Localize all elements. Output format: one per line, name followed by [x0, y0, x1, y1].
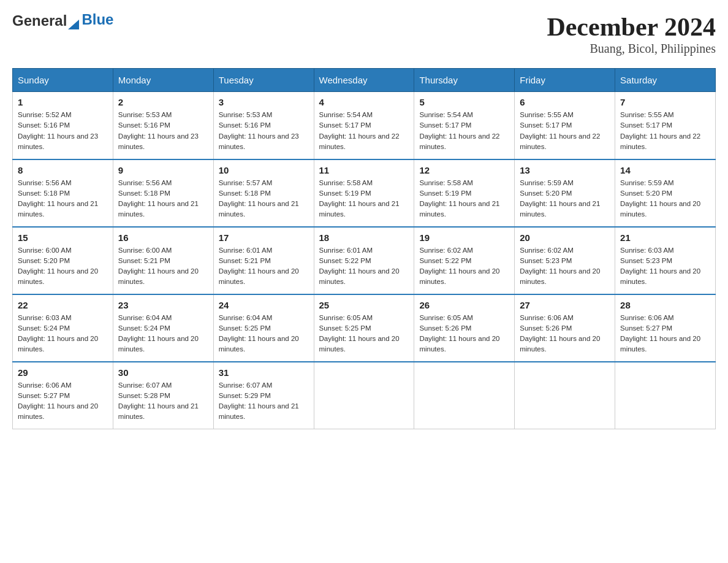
location-subtitle: Buang, Bicol, Philippines: [547, 42, 716, 56]
calendar-day-cell: 21 Sunrise: 6:03 AM Sunset: 5:23 PM Dayl…: [615, 227, 716, 294]
day-number: 8: [18, 165, 108, 175]
calendar-day-cell: [414, 362, 515, 429]
day-number: 21: [620, 232, 710, 243]
day-number: 13: [520, 165, 610, 175]
day-number: 19: [419, 232, 509, 243]
calendar-day-cell: 8 Sunrise: 5:56 AM Sunset: 5:18 PM Dayli…: [13, 159, 113, 227]
day-number: 20: [520, 232, 610, 243]
calendar-day-cell: 28 Sunrise: 6:06 AM Sunset: 5:27 PM Dayl…: [615, 294, 716, 362]
day-number: 12: [419, 165, 509, 175]
day-info: Sunrise: 5:58 AM Sunset: 5:19 PM Dayligh…: [319, 178, 409, 220]
page-header: General Blue December 2024 Buang, Bicol,…: [12, 12, 716, 56]
calendar-week-row: 15 Sunrise: 6:00 AM Sunset: 5:20 PM Dayl…: [13, 227, 716, 294]
day-number: 30: [118, 367, 208, 378]
calendar-day-cell: 17 Sunrise: 6:01 AM Sunset: 5:21 PM Dayl…: [213, 227, 314, 294]
logo-mark: General: [12, 12, 79, 29]
calendar-day-cell: 9 Sunrise: 5:56 AM Sunset: 5:18 PM Dayli…: [113, 159, 213, 227]
month-year-title: December 2024: [547, 12, 716, 42]
day-info: Sunrise: 5:59 AM Sunset: 5:20 PM Dayligh…: [520, 178, 610, 220]
day-number: 15: [18, 232, 108, 243]
calendar-week-row: 29 Sunrise: 6:06 AM Sunset: 5:27 PM Dayl…: [13, 362, 716, 429]
calendar-day-cell: 31 Sunrise: 6:07 AM Sunset: 5:29 PM Dayl…: [213, 362, 314, 429]
col-sunday: Sunday: [13, 69, 113, 92]
day-info: Sunrise: 5:54 AM Sunset: 5:17 PM Dayligh…: [419, 110, 509, 152]
day-number: 6: [520, 97, 610, 107]
col-thursday: Thursday: [414, 69, 515, 92]
day-info: Sunrise: 6:00 AM Sunset: 5:20 PM Dayligh…: [18, 245, 108, 288]
calendar-day-cell: [615, 362, 716, 429]
calendar-day-cell: 30 Sunrise: 6:07 AM Sunset: 5:28 PM Dayl…: [113, 362, 213, 429]
day-number: 24: [219, 300, 309, 310]
calendar-day-cell: 14 Sunrise: 5:59 AM Sunset: 5:20 PM Dayl…: [615, 159, 716, 227]
day-number: 26: [419, 300, 509, 310]
day-info: Sunrise: 6:06 AM Sunset: 5:27 PM Dayligh…: [620, 313, 710, 355]
day-info: Sunrise: 5:56 AM Sunset: 5:18 PM Dayligh…: [118, 178, 208, 220]
calendar-day-cell: 22 Sunrise: 6:03 AM Sunset: 5:24 PM Dayl…: [13, 294, 113, 362]
day-number: 10: [219, 165, 309, 175]
calendar-day-cell: 26 Sunrise: 6:05 AM Sunset: 5:26 PM Dayl…: [414, 294, 515, 362]
calendar-day-cell: 4 Sunrise: 5:54 AM Sunset: 5:17 PM Dayli…: [314, 92, 414, 159]
calendar-day-cell: 2 Sunrise: 5:53 AM Sunset: 5:16 PM Dayli…: [113, 92, 213, 159]
calendar-day-cell: 27 Sunrise: 6:06 AM Sunset: 5:26 PM Dayl…: [515, 294, 615, 362]
calendar-day-cell: 25 Sunrise: 6:05 AM Sunset: 5:25 PM Dayl…: [314, 294, 414, 362]
day-number: 16: [118, 232, 208, 243]
day-number: 9: [118, 165, 208, 175]
calendar-day-cell: 5 Sunrise: 5:54 AM Sunset: 5:17 PM Dayli…: [414, 92, 515, 159]
day-number: 25: [319, 300, 409, 310]
logo-general-text: General: [12, 12, 67, 29]
calendar-day-cell: 20 Sunrise: 6:02 AM Sunset: 5:23 PM Dayl…: [515, 227, 615, 294]
logo-triangle-icon: [68, 20, 79, 29]
day-info: Sunrise: 5:53 AM Sunset: 5:16 PM Dayligh…: [118, 110, 208, 152]
day-info: Sunrise: 6:03 AM Sunset: 5:24 PM Dayligh…: [18, 313, 108, 355]
day-info: Sunrise: 6:01 AM Sunset: 5:21 PM Dayligh…: [219, 245, 309, 288]
calendar-header-row: Sunday Monday Tuesday Wednesday Thursday…: [13, 69, 716, 92]
calendar-day-cell: 11 Sunrise: 5:58 AM Sunset: 5:19 PM Dayl…: [314, 159, 414, 227]
day-info: Sunrise: 5:53 AM Sunset: 5:16 PM Dayligh…: [219, 110, 309, 152]
svg-marker-0: [68, 20, 79, 29]
col-friday: Friday: [515, 69, 615, 92]
day-number: 11: [319, 165, 409, 175]
day-number: 14: [620, 165, 710, 175]
day-info: Sunrise: 6:06 AM Sunset: 5:27 PM Dayligh…: [18, 380, 108, 423]
calendar-day-cell: 13 Sunrise: 5:59 AM Sunset: 5:20 PM Dayl…: [515, 159, 615, 227]
calendar-day-cell: 16 Sunrise: 6:00 AM Sunset: 5:21 PM Dayl…: [113, 227, 213, 294]
day-info: Sunrise: 5:57 AM Sunset: 5:18 PM Dayligh…: [219, 178, 309, 220]
day-info: Sunrise: 5:59 AM Sunset: 5:20 PM Dayligh…: [620, 178, 710, 220]
calendar-day-cell: 15 Sunrise: 6:00 AM Sunset: 5:20 PM Dayl…: [13, 227, 113, 294]
day-info: Sunrise: 5:55 AM Sunset: 5:17 PM Dayligh…: [620, 110, 710, 152]
day-number: 4: [319, 97, 409, 107]
col-monday: Monday: [113, 69, 213, 92]
day-info: Sunrise: 5:56 AM Sunset: 5:18 PM Dayligh…: [18, 178, 108, 220]
day-info: Sunrise: 6:05 AM Sunset: 5:26 PM Dayligh…: [419, 313, 509, 355]
logo: General Blue: [12, 12, 113, 29]
day-number: 5: [419, 97, 509, 107]
calendar-table: Sunday Monday Tuesday Wednesday Thursday…: [12, 68, 716, 429]
day-number: 3: [219, 97, 309, 107]
calendar-week-row: 8 Sunrise: 5:56 AM Sunset: 5:18 PM Dayli…: [13, 159, 716, 227]
day-info: Sunrise: 6:02 AM Sunset: 5:22 PM Dayligh…: [419, 245, 509, 288]
col-saturday: Saturday: [615, 69, 716, 92]
day-info: Sunrise: 5:54 AM Sunset: 5:17 PM Dayligh…: [319, 110, 409, 152]
day-info: Sunrise: 5:58 AM Sunset: 5:19 PM Dayligh…: [419, 178, 509, 220]
col-wednesday: Wednesday: [314, 69, 414, 92]
calendar-day-cell: 7 Sunrise: 5:55 AM Sunset: 5:17 PM Dayli…: [615, 92, 716, 159]
day-info: Sunrise: 6:07 AM Sunset: 5:28 PM Dayligh…: [118, 380, 208, 423]
day-info: Sunrise: 6:04 AM Sunset: 5:24 PM Dayligh…: [118, 313, 208, 355]
day-info: Sunrise: 6:02 AM Sunset: 5:23 PM Dayligh…: [520, 245, 610, 288]
day-number: 22: [18, 300, 108, 310]
day-info: Sunrise: 6:00 AM Sunset: 5:21 PM Dayligh…: [118, 245, 208, 288]
day-info: Sunrise: 6:04 AM Sunset: 5:25 PM Dayligh…: [219, 313, 309, 355]
calendar-day-cell: 6 Sunrise: 5:55 AM Sunset: 5:17 PM Dayli…: [515, 92, 615, 159]
calendar-day-cell: 12 Sunrise: 5:58 AM Sunset: 5:19 PM Dayl…: [414, 159, 515, 227]
calendar-title-block: December 2024 Buang, Bicol, Philippines: [547, 12, 716, 56]
day-number: 2: [118, 97, 208, 107]
day-info: Sunrise: 5:52 AM Sunset: 5:16 PM Dayligh…: [18, 110, 108, 152]
day-info: Sunrise: 6:03 AM Sunset: 5:23 PM Dayligh…: [620, 245, 710, 288]
calendar-day-cell: 1 Sunrise: 5:52 AM Sunset: 5:16 PM Dayli…: [13, 92, 113, 159]
day-number: 1: [18, 97, 108, 107]
day-number: 17: [219, 232, 309, 243]
calendar-day-cell: [314, 362, 414, 429]
logo-blue-text: Blue: [82, 12, 113, 27]
day-number: 28: [620, 300, 710, 310]
day-number: 7: [620, 97, 710, 107]
